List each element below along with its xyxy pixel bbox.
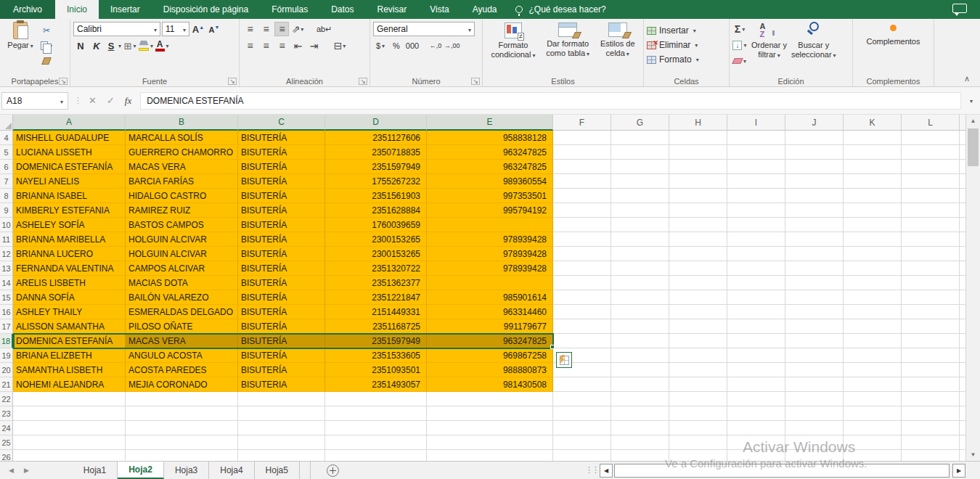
cell-B11[interactable]: HOLGUIN ALCIVAR xyxy=(126,232,238,247)
decrease-decimal-button[interactable]: →,00 xyxy=(444,38,460,53)
sheet-tab-hoja1[interactable]: Hoja1 xyxy=(73,462,118,479)
cell-E24[interactable] xyxy=(427,421,553,435)
cell-E21[interactable]: 981430508 xyxy=(427,377,553,392)
cell-G19[interactable] xyxy=(611,348,669,363)
column-header-I[interactable]: I xyxy=(727,115,785,131)
cell-G9[interactable] xyxy=(611,203,669,218)
cell-K4[interactable] xyxy=(844,131,902,145)
cell-J16[interactable] xyxy=(785,305,844,319)
insert-function-icon[interactable]: fx xyxy=(125,95,131,107)
cell-H20[interactable] xyxy=(669,363,727,377)
cell-D16[interactable]: 2151449331 xyxy=(325,305,427,319)
cell-J25[interactable] xyxy=(785,435,844,450)
formula-input[interactable]: DOMENICA ESTEFANÍA xyxy=(140,92,961,110)
bold-button[interactable]: N xyxy=(73,38,88,53)
scroll-down-icon[interactable]: ▼ xyxy=(966,449,980,461)
cell-E8[interactable]: 997353501 xyxy=(427,189,553,203)
cell-H22[interactable] xyxy=(669,392,727,406)
menu-tab-archivo[interactable]: Archivo xyxy=(0,0,55,19)
cell-G8[interactable] xyxy=(611,189,669,203)
column-header-G[interactable]: G xyxy=(611,115,669,131)
cell-H24[interactable] xyxy=(669,421,727,435)
cell-E5[interactable]: 963247825 xyxy=(427,145,553,160)
cell-C4[interactable]: BISUTERÍA xyxy=(238,131,325,145)
cell-F14[interactable] xyxy=(553,276,611,290)
cell-C12[interactable]: BISUTERÍA xyxy=(238,247,325,261)
cell-F12[interactable] xyxy=(553,247,611,261)
cell-I20[interactable] xyxy=(727,363,785,377)
select-all-corner[interactable] xyxy=(0,115,13,131)
cell-J22[interactable] xyxy=(785,392,844,406)
row-header-18[interactable]: 18 xyxy=(0,334,13,348)
cell-I10[interactable] xyxy=(727,218,785,232)
cell-B26[interactable] xyxy=(126,450,238,461)
number-dialog-launcher-icon[interactable]: ↘ xyxy=(471,78,480,85)
fill-color-button[interactable] xyxy=(139,38,153,53)
delete-cells-button[interactable]: ✕ Eliminar xyxy=(647,38,726,52)
cell-L20[interactable] xyxy=(902,363,960,377)
row-header-26[interactable]: 26 xyxy=(0,450,13,461)
row-header-6[interactable]: 6 xyxy=(0,160,13,174)
column-header-D[interactable]: D xyxy=(325,115,427,131)
cell-L17[interactable] xyxy=(902,319,960,334)
feedback-comment-icon[interactable] xyxy=(952,4,967,13)
cell-I4[interactable] xyxy=(727,131,785,145)
cell-K24[interactable] xyxy=(844,421,902,435)
cell-E11[interactable]: 978939428 xyxy=(427,232,553,247)
cell-A24[interactable] xyxy=(13,421,126,435)
cell-G4[interactable] xyxy=(611,131,669,145)
cell-E10[interactable] xyxy=(427,218,553,232)
cell-I12[interactable] xyxy=(727,247,785,261)
underline-button[interactable]: S xyxy=(105,38,121,53)
cell-G21[interactable] xyxy=(611,377,669,392)
format-as-table-button[interactable]: Dar formato como tabla xyxy=(546,22,589,73)
cell-styles-button[interactable]: Estilos de celda xyxy=(600,22,635,73)
cell-D17[interactable]: 2351168725 xyxy=(325,319,427,334)
row-header-9[interactable]: 9 xyxy=(0,203,13,218)
formula-bar-splitter[interactable]: ⋮ xyxy=(74,96,83,105)
cell-E18[interactable]: 963247825 xyxy=(427,334,553,348)
cell-I18[interactable] xyxy=(727,334,785,348)
column-header-J[interactable]: J xyxy=(785,115,844,131)
row-header-14[interactable]: 14 xyxy=(0,276,13,290)
cell-H16[interactable] xyxy=(669,305,727,319)
sort-filter-button[interactable]: AZ Ordenar y filtrar xyxy=(751,22,787,73)
cell-E26[interactable] xyxy=(427,450,553,461)
cell-B19[interactable]: ANGULO ACOSTA xyxy=(126,348,238,363)
cell-C21[interactable]: BISUTERIA xyxy=(238,377,325,392)
cell-F22[interactable] xyxy=(553,392,611,406)
cell-G6[interactable] xyxy=(611,160,669,174)
cell-L25[interactable] xyxy=(902,435,960,450)
cell-L4[interactable] xyxy=(902,131,960,145)
cell-A6[interactable]: DOMENICA ESTEFANÍA xyxy=(13,160,126,174)
cell-E25[interactable] xyxy=(427,435,553,450)
cell-F25[interactable] xyxy=(553,435,611,450)
cell-D23[interactable] xyxy=(325,406,427,421)
cell-F9[interactable] xyxy=(553,203,611,218)
cell-A23[interactable] xyxy=(13,406,126,421)
cell-F7[interactable] xyxy=(553,174,611,189)
cell-I23[interactable] xyxy=(727,406,785,421)
sheet-nav-left-icon[interactable]: ◀ xyxy=(9,467,14,474)
cell-G15[interactable] xyxy=(611,290,669,305)
cell-D22[interactable] xyxy=(325,392,427,406)
column-header-A[interactable]: A xyxy=(13,115,126,131)
cell-C19[interactable]: BISUTERÍA xyxy=(238,348,325,363)
cell-L16[interactable] xyxy=(902,305,960,319)
cell-J13[interactable] xyxy=(785,261,844,276)
row-header-10[interactable]: 10 xyxy=(0,218,13,232)
cell-B8[interactable]: HIDALGO CASTRO xyxy=(126,189,238,203)
cell-D5[interactable]: 2350718835 xyxy=(325,145,427,160)
cell-I8[interactable] xyxy=(727,189,785,203)
cell-L8[interactable] xyxy=(902,189,960,203)
cell-K15[interactable] xyxy=(844,290,902,305)
cell-H9[interactable] xyxy=(669,203,727,218)
row-header-7[interactable]: 7 xyxy=(0,174,13,189)
cell-D21[interactable]: 2351493057 xyxy=(325,377,427,392)
cell-J9[interactable] xyxy=(785,203,844,218)
cell-K6[interactable] xyxy=(844,160,902,174)
cell-C20[interactable]: BISUTERÍA xyxy=(238,363,325,377)
row-header-12[interactable]: 12 xyxy=(0,247,13,261)
font-name-dropdown-icon[interactable] xyxy=(152,24,157,34)
tell-me-search[interactable]: ¿Qué desea hacer? xyxy=(515,0,605,19)
